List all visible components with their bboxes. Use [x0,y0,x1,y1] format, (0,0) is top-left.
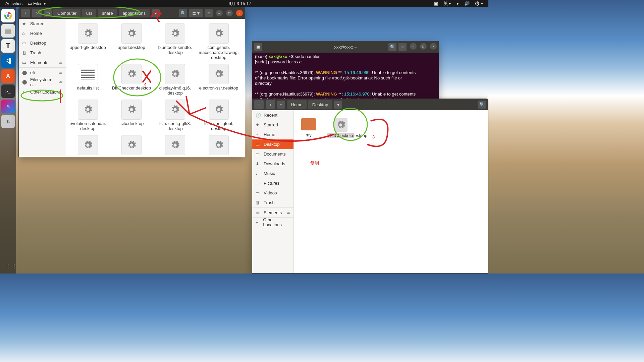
terminal-search[interactable]: 🔍 [388,43,396,51]
file-item[interactable]: bluetooth-sendto.desktop [153,22,197,61]
dock-usb[interactable]: ⇅ [1,115,15,128]
back-button[interactable]: ‹ [254,100,264,109]
sidebar-item-starred[interactable]: ★Starred [19,19,66,28]
sidebar-item-efi[interactable]: ⬤efi⏏ [19,67,66,77]
sidebar-item-desktop[interactable]: ▭Desktop [19,38,66,48]
minimize-button[interactable]: – [410,43,417,50]
eject-icon[interactable]: ⏏ [59,80,62,84]
sidebar-item-downloads[interactable]: ⬇Downloads [252,159,293,169]
dock-software[interactable]: A [1,69,15,83]
sidebar-item-starred[interactable]: ★Starred [252,120,293,130]
close-button[interactable]: × [236,10,243,16]
power-icon[interactable]: ⏻ ▾ [472,1,486,6]
minimize-button[interactable]: – [216,10,223,16]
file-item[interactable]: fcitx-configtool.desktop [197,98,240,132]
file-item[interactable]: evolution-calendar.desktop [66,98,110,132]
gnome-topbar: Activities ▭ Files ▾ 9月 3 15:17 ▣ 英 ▾ ▾ … [0,0,488,7]
svg-rect-2 [5,29,11,30]
maximize-button[interactable]: □ [226,10,233,16]
file-item-my[interactable]: my [301,117,317,139]
volume-icon[interactable]: 🔊 [462,1,472,6]
gnome-terminal: ▣ xxx@xxx: ~ 🔍 ≡ – □ × (base) xxx@xxx:~$… [252,41,439,106]
sidebar-item-other-locations[interactable]: +Other Locations [19,87,66,97]
eject-icon[interactable]: ⏏ [287,210,290,215]
network-icon[interactable]: ▾ [454,1,462,6]
dock-files[interactable] [1,24,15,38]
file-item[interactable]: electron-ssr.desktop [197,63,240,97]
activities-button[interactable]: Activities [3,1,25,6]
forward-button[interactable]: › [266,100,275,109]
screenshot-icon[interactable]: ▣ [431,1,441,6]
dock-text-editor[interactable]: T [1,39,15,53]
view-toggle[interactable]: ≣ ▾ [189,9,203,17]
sidebar-item-home[interactable]: ⌂Home [19,28,66,38]
file-item[interactable] [153,134,197,157]
forward-button[interactable]: › [32,9,42,17]
terminal-output[interactable]: (base) xxx@xxx:~$ sudo nautilus [sudo] p… [252,53,439,106]
breadcrumb-home[interactable]: Home [286,100,307,109]
file-grid[interactable]: apport-gtk.desktopapturl.desktopbluetoot… [66,19,245,157]
sidebar-item-recent[interactable]: 🕘Recent [252,110,293,120]
sidebar-item-other-locations[interactable]: +Other Locations [252,217,293,227]
file-item-DiffChecker.desktop[interactable]: DiffChecker.desktop [327,117,355,139]
terminal-menu[interactable]: ≡ [398,43,407,51]
breadcrumb-share[interactable]: share [98,9,117,17]
places-sidebar: ★Starred⌂Home▭Desktop🗑Trash▭Elements⏏⬤ef… [19,19,66,157]
sidebar-item-filesystem-r-[interactable]: ⬤Filesystem r…⏏ [19,77,66,87]
file-item[interactable]: defaults.list [66,63,110,97]
files-appmenu[interactable]: ▭ Files ▾ [25,1,49,6]
back-button[interactable]: ‹ [21,9,30,17]
home-icon[interactable]: ⌂ [277,101,285,109]
path-root-icon[interactable]: ▭ [44,9,52,17]
file-item[interactable]: apturl.desktop [110,22,153,61]
search-button[interactable]: 🔍 [478,101,486,109]
file-item[interactable]: apport-gtk.desktop [66,22,110,61]
file-item[interactable]: display-im6.q16.desktop [153,63,197,97]
sidebar-item-desktop[interactable]: ▭Desktop [252,139,293,149]
sidebar-item-home[interactable]: ⌂Home [252,130,293,139]
star-icon: ★ [22,21,27,26]
sidebar-item-trash[interactable]: 🗑Trash [252,198,293,207]
sidebar-item-videos[interactable]: ▭Videos [252,188,293,198]
maximize-button[interactable]: □ [420,43,427,50]
sidebar-item-music[interactable]: ♪Music [252,169,293,178]
search-button[interactable]: 🔍 [179,9,187,17]
plus-icon: + [256,220,260,225]
breadcrumb-chevron[interactable]: ▾ [152,9,160,17]
file-item[interactable]: fcitx.desktop [110,98,153,132]
breadcrumb-applications[interactable]: applications [118,9,150,17]
dock-chrome[interactable] [1,9,15,22]
dock-krita[interactable]: ✎ [1,100,15,113]
pic-icon: ▭ [256,181,260,186]
dock-terminal[interactable]: >_ [1,84,15,98]
ime-indicator[interactable]: 英 ▾ [441,1,454,7]
hamburger-menu[interactable]: ≡ [205,9,213,17]
bookmark-icon: ▭ [22,60,27,65]
svg-point-1 [7,14,10,17]
sidebar-item-pictures[interactable]: ▭Pictures [252,178,293,188]
file-item[interactable] [66,134,110,157]
breadcrumb-desktop[interactable]: Desktop [308,100,332,109]
sidebar-item-documents[interactable]: ▭Documents [252,149,293,159]
home-icon: ⌂ [22,31,27,36]
file-item[interactable] [197,134,240,157]
file-item[interactable] [110,134,153,157]
breadcrumb-usr[interactable]: usr [82,9,96,17]
sidebar-item-trash[interactable]: 🗑Trash [19,48,66,58]
breadcrumb-computer[interactable]: Computer [53,9,80,17]
svg-rect-3 [5,30,11,34]
new-tab-button[interactable]: ▣ [254,43,262,51]
sidebar-item-elements[interactable]: ▭Elements⏏ [252,207,293,217]
eject-icon[interactable]: ⏏ [59,70,62,75]
dock-show-apps[interactable]: ⋮⋮⋮ [0,263,17,270]
file-item[interactable]: fcitx-config-gtk3.desktop [153,98,197,132]
clock[interactable]: 9月 3 15:17 [226,1,254,7]
bookmark-icon: ▭ [256,210,260,215]
eject-icon[interactable]: ⏏ [59,60,62,65]
dock-vscode[interactable] [1,54,15,68]
close-button[interactable]: × [430,43,437,50]
file-item[interactable]: DiffChecker.desktop [110,63,153,97]
sidebar-item-elements[interactable]: ▭Elements⏏ [19,58,66,67]
file-item[interactable]: com.github.maoschanz.drawing.desktop [197,22,240,61]
breadcrumb-chevron[interactable]: ▾ [334,101,342,109]
